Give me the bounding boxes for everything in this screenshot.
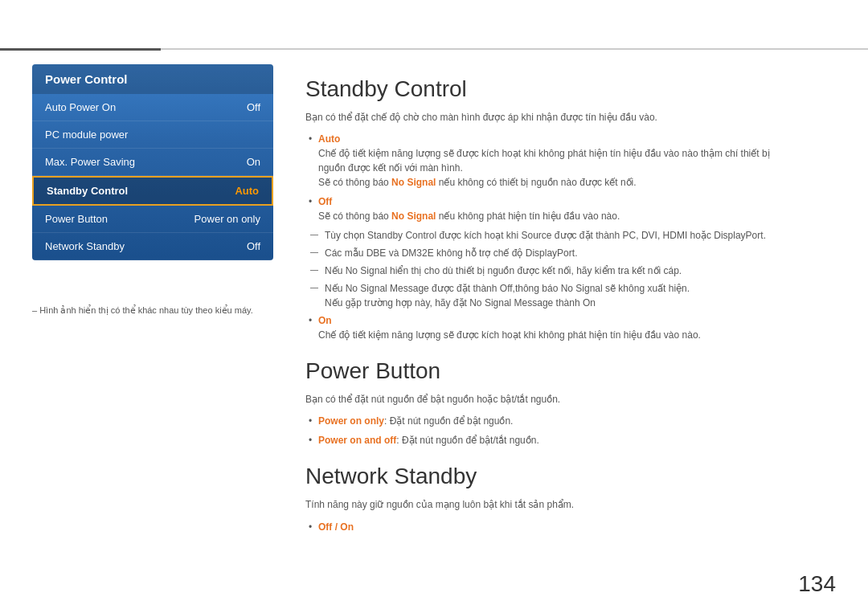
sidebar-item-label: Power Button (45, 213, 108, 225)
auto-bullet: Auto Chế độ tiết kiệm năng lượng sẽ được… (318, 132, 836, 190)
sidebar-item-value: Off (247, 240, 260, 252)
on-text: Chế độ tiết kiệm năng lượng sẽ được kích… (318, 329, 701, 341)
standby-control-section: Standby Control Bạn có thể đặt chế độ ch… (305, 76, 836, 342)
off-bullet: Off Sẽ có thông báo No Signal nếu không … (318, 194, 836, 223)
sidebar-item[interactable]: Auto Power OnOff (32, 94, 273, 121)
sidebar-item[interactable]: Network StandbyOff (32, 233, 273, 260)
on-bullet: On Chế độ tiết kiệm năng lượng sẽ được k… (318, 313, 836, 342)
auto-text2: nguồn được kết nối với màn hình. (318, 162, 463, 174)
sidebar-item-label: PC module power (45, 129, 128, 141)
top-divider-accent (0, 48, 161, 51)
off-on-bullet: Off / On (318, 520, 836, 534)
dash4: Nếu No Signal Message được đặt thành Off… (325, 281, 836, 310)
sidebar-panel: Power Control Auto Power OnOffPC module … (32, 64, 273, 260)
sidebar-note: – Hình ảnh hiển thị có thể khác nhau tùy… (32, 305, 253, 316)
network-standby-section: Network Standby Tính năng này giữ nguồn … (305, 464, 836, 533)
power-on-only-text: : Đặt nút nguồn để bật nguồn. (384, 415, 513, 427)
standby-control-desc: Bạn có thể đặt chế độ chờ cho màn hình đ… (305, 110, 836, 125)
sidebar-header: Power Control (32, 64, 273, 94)
network-standby-title: Network Standby (305, 464, 836, 489)
power-on-off-bullet: Power on and off: Đặt nút nguồn để bật/t… (318, 433, 836, 447)
sidebar-item-label: Network Standby (45, 240, 125, 252)
off-text: Sẽ có thông báo No Signal nếu không phát… (318, 210, 620, 222)
on-label: On (318, 315, 332, 326)
power-button-desc: Bạn có thể đặt nút nguồn để bật nguồn ho… (305, 392, 836, 407)
off-label: Off (318, 196, 332, 207)
sidebar-item[interactable]: PC module power (32, 121, 273, 149)
power-on-off-text: : Đặt nút nguồn để bật/tắt nguồn. (396, 435, 538, 446)
sidebar-item-value: Auto (235, 185, 259, 197)
page-number: 134 (798, 571, 836, 597)
sidebar-item-label: Auto Power On (45, 101, 116, 113)
sidebar-item-value: On (247, 156, 260, 168)
main-content: Standby Control Bạn có thể đặt chế độ ch… (305, 60, 836, 581)
power-on-only-bullet: Power on only: Đặt nút nguồn để bật nguồ… (318, 414, 836, 428)
power-button-section: Power Button Bạn có thể đặt nút nguồn để… (305, 358, 836, 447)
power-button-title: Power Button (305, 358, 836, 384)
sidebar-item[interactable]: Max. Power SavingOn (32, 149, 273, 176)
sidebar-item[interactable]: Power ButtonPower on only (32, 206, 273, 233)
sidebar-item-value: Power on only (194, 213, 260, 225)
sidebar-item-value: Off (247, 101, 260, 113)
dash2: Các mẫu DBE và DM32E không hỗ trợ chế độ… (325, 246, 836, 260)
standby-control-title: Standby Control (305, 76, 836, 102)
sidebar-item-label: Standby Control (47, 185, 128, 197)
sidebar-item-label: Max. Power Saving (45, 156, 135, 168)
dash1: Tùy chọn Standby Control được kích hoạt … (325, 228, 836, 243)
auto-label: Auto (318, 133, 340, 145)
auto-text3: Sẽ có thông báo No Signal nếu không có t… (318, 177, 637, 188)
auto-text1: Chế độ tiết kiệm năng lượng sẽ được kích… (318, 148, 770, 159)
dash3: Nếu No Signal hiển thị cho dù thiết bị n… (325, 264, 836, 278)
network-standby-desc: Tính năng này giữ nguồn của mạng luôn bậ… (305, 497, 836, 513)
sidebar-item[interactable]: Standby ControlAuto (32, 176, 273, 206)
